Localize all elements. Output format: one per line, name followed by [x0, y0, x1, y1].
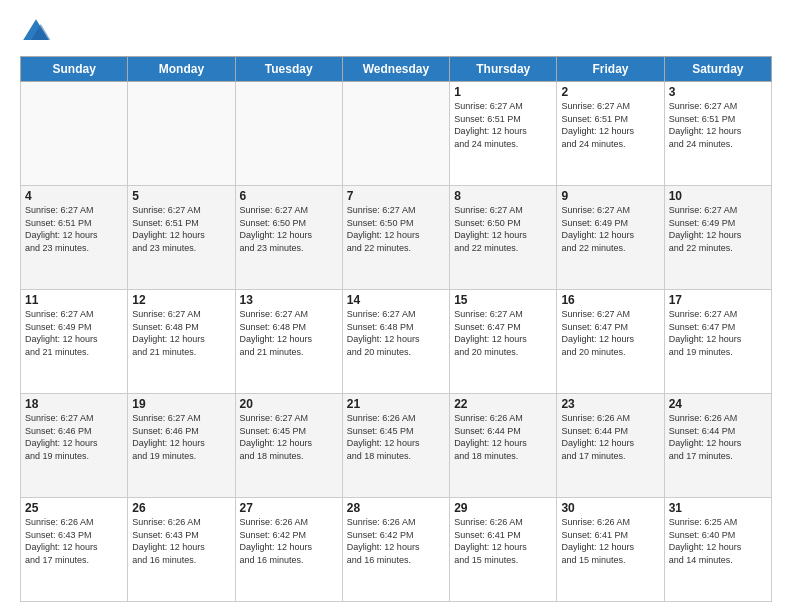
day-info: Sunrise: 6:27 AM Sunset: 6:49 PM Dayligh…	[25, 308, 123, 358]
calendar-cell: 1Sunrise: 6:27 AM Sunset: 6:51 PM Daylig…	[450, 82, 557, 186]
day-of-week-header: Friday	[557, 57, 664, 82]
day-info: Sunrise: 6:27 AM Sunset: 6:51 PM Dayligh…	[454, 100, 552, 150]
day-info: Sunrise: 6:26 AM Sunset: 6:41 PM Dayligh…	[454, 516, 552, 566]
calendar-week-row: 11Sunrise: 6:27 AM Sunset: 6:49 PM Dayli…	[21, 290, 772, 394]
day-number: 29	[454, 501, 552, 515]
calendar-cell: 10Sunrise: 6:27 AM Sunset: 6:49 PM Dayli…	[664, 186, 771, 290]
day-info: Sunrise: 6:27 AM Sunset: 6:47 PM Dayligh…	[669, 308, 767, 358]
day-of-week-header: Wednesday	[342, 57, 449, 82]
calendar-cell: 30Sunrise: 6:26 AM Sunset: 6:41 PM Dayli…	[557, 498, 664, 602]
calendar-cell: 21Sunrise: 6:26 AM Sunset: 6:45 PM Dayli…	[342, 394, 449, 498]
day-number: 16	[561, 293, 659, 307]
day-info: Sunrise: 6:27 AM Sunset: 6:48 PM Dayligh…	[132, 308, 230, 358]
day-info: Sunrise: 6:27 AM Sunset: 6:47 PM Dayligh…	[454, 308, 552, 358]
day-info: Sunrise: 6:27 AM Sunset: 6:46 PM Dayligh…	[25, 412, 123, 462]
calendar-header-row: SundayMondayTuesdayWednesdayThursdayFrid…	[21, 57, 772, 82]
calendar-cell: 2Sunrise: 6:27 AM Sunset: 6:51 PM Daylig…	[557, 82, 664, 186]
day-number: 12	[132, 293, 230, 307]
day-number: 25	[25, 501, 123, 515]
day-of-week-header: Monday	[128, 57, 235, 82]
day-info: Sunrise: 6:26 AM Sunset: 6:44 PM Dayligh…	[561, 412, 659, 462]
calendar-cell: 15Sunrise: 6:27 AM Sunset: 6:47 PM Dayli…	[450, 290, 557, 394]
day-number: 13	[240, 293, 338, 307]
day-number: 8	[454, 189, 552, 203]
day-of-week-header: Tuesday	[235, 57, 342, 82]
day-number: 2	[561, 85, 659, 99]
calendar-cell: 27Sunrise: 6:26 AM Sunset: 6:42 PM Dayli…	[235, 498, 342, 602]
logo	[20, 16, 56, 48]
day-number: 24	[669, 397, 767, 411]
day-of-week-header: Sunday	[21, 57, 128, 82]
calendar-week-row: 1Sunrise: 6:27 AM Sunset: 6:51 PM Daylig…	[21, 82, 772, 186]
day-info: Sunrise: 6:26 AM Sunset: 6:42 PM Dayligh…	[240, 516, 338, 566]
day-info: Sunrise: 6:26 AM Sunset: 6:41 PM Dayligh…	[561, 516, 659, 566]
calendar-cell: 17Sunrise: 6:27 AM Sunset: 6:47 PM Dayli…	[664, 290, 771, 394]
day-number: 20	[240, 397, 338, 411]
day-number: 4	[25, 189, 123, 203]
calendar-week-row: 25Sunrise: 6:26 AM Sunset: 6:43 PM Dayli…	[21, 498, 772, 602]
calendar-cell: 22Sunrise: 6:26 AM Sunset: 6:44 PM Dayli…	[450, 394, 557, 498]
calendar-cell: 3Sunrise: 6:27 AM Sunset: 6:51 PM Daylig…	[664, 82, 771, 186]
calendar-cell: 13Sunrise: 6:27 AM Sunset: 6:48 PM Dayli…	[235, 290, 342, 394]
day-number: 5	[132, 189, 230, 203]
calendar-cell: 19Sunrise: 6:27 AM Sunset: 6:46 PM Dayli…	[128, 394, 235, 498]
day-info: Sunrise: 6:27 AM Sunset: 6:50 PM Dayligh…	[240, 204, 338, 254]
day-number: 28	[347, 501, 445, 515]
day-number: 14	[347, 293, 445, 307]
day-number: 11	[25, 293, 123, 307]
calendar-cell: 5Sunrise: 6:27 AM Sunset: 6:51 PM Daylig…	[128, 186, 235, 290]
day-number: 7	[347, 189, 445, 203]
day-info: Sunrise: 6:27 AM Sunset: 6:51 PM Dayligh…	[25, 204, 123, 254]
day-number: 3	[669, 85, 767, 99]
day-info: Sunrise: 6:27 AM Sunset: 6:50 PM Dayligh…	[454, 204, 552, 254]
calendar-week-row: 18Sunrise: 6:27 AM Sunset: 6:46 PM Dayli…	[21, 394, 772, 498]
day-info: Sunrise: 6:27 AM Sunset: 6:47 PM Dayligh…	[561, 308, 659, 358]
calendar-cell: 9Sunrise: 6:27 AM Sunset: 6:49 PM Daylig…	[557, 186, 664, 290]
day-info: Sunrise: 6:27 AM Sunset: 6:50 PM Dayligh…	[347, 204, 445, 254]
day-info: Sunrise: 6:27 AM Sunset: 6:48 PM Dayligh…	[347, 308, 445, 358]
day-number: 27	[240, 501, 338, 515]
day-info: Sunrise: 6:25 AM Sunset: 6:40 PM Dayligh…	[669, 516, 767, 566]
day-info: Sunrise: 6:26 AM Sunset: 6:44 PM Dayligh…	[454, 412, 552, 462]
day-info: Sunrise: 6:27 AM Sunset: 6:49 PM Dayligh…	[561, 204, 659, 254]
day-number: 10	[669, 189, 767, 203]
calendar-cell: 11Sunrise: 6:27 AM Sunset: 6:49 PM Dayli…	[21, 290, 128, 394]
day-info: Sunrise: 6:26 AM Sunset: 6:43 PM Dayligh…	[132, 516, 230, 566]
day-of-week-header: Saturday	[664, 57, 771, 82]
calendar-table: SundayMondayTuesdayWednesdayThursdayFrid…	[20, 56, 772, 602]
calendar-cell: 25Sunrise: 6:26 AM Sunset: 6:43 PM Dayli…	[21, 498, 128, 602]
calendar-cell: 7Sunrise: 6:27 AM Sunset: 6:50 PM Daylig…	[342, 186, 449, 290]
calendar-cell	[342, 82, 449, 186]
day-number: 26	[132, 501, 230, 515]
logo-icon	[20, 16, 52, 48]
day-number: 23	[561, 397, 659, 411]
day-number: 22	[454, 397, 552, 411]
calendar-cell: 14Sunrise: 6:27 AM Sunset: 6:48 PM Dayli…	[342, 290, 449, 394]
calendar-cell: 6Sunrise: 6:27 AM Sunset: 6:50 PM Daylig…	[235, 186, 342, 290]
calendar-cell: 31Sunrise: 6:25 AM Sunset: 6:40 PM Dayli…	[664, 498, 771, 602]
calendar-week-row: 4Sunrise: 6:27 AM Sunset: 6:51 PM Daylig…	[21, 186, 772, 290]
calendar-cell: 12Sunrise: 6:27 AM Sunset: 6:48 PM Dayli…	[128, 290, 235, 394]
calendar-cell: 18Sunrise: 6:27 AM Sunset: 6:46 PM Dayli…	[21, 394, 128, 498]
day-number: 21	[347, 397, 445, 411]
day-number: 30	[561, 501, 659, 515]
day-info: Sunrise: 6:26 AM Sunset: 6:42 PM Dayligh…	[347, 516, 445, 566]
day-info: Sunrise: 6:26 AM Sunset: 6:43 PM Dayligh…	[25, 516, 123, 566]
day-info: Sunrise: 6:27 AM Sunset: 6:49 PM Dayligh…	[669, 204, 767, 254]
day-number: 18	[25, 397, 123, 411]
calendar-cell: 16Sunrise: 6:27 AM Sunset: 6:47 PM Dayli…	[557, 290, 664, 394]
calendar-cell: 28Sunrise: 6:26 AM Sunset: 6:42 PM Dayli…	[342, 498, 449, 602]
day-number: 6	[240, 189, 338, 203]
calendar-cell: 29Sunrise: 6:26 AM Sunset: 6:41 PM Dayli…	[450, 498, 557, 602]
day-info: Sunrise: 6:27 AM Sunset: 6:45 PM Dayligh…	[240, 412, 338, 462]
calendar-cell: 24Sunrise: 6:26 AM Sunset: 6:44 PM Dayli…	[664, 394, 771, 498]
day-info: Sunrise: 6:27 AM Sunset: 6:48 PM Dayligh…	[240, 308, 338, 358]
day-info: Sunrise: 6:27 AM Sunset: 6:51 PM Dayligh…	[132, 204, 230, 254]
calendar-cell: 26Sunrise: 6:26 AM Sunset: 6:43 PM Dayli…	[128, 498, 235, 602]
day-info: Sunrise: 6:27 AM Sunset: 6:51 PM Dayligh…	[561, 100, 659, 150]
calendar-cell: 8Sunrise: 6:27 AM Sunset: 6:50 PM Daylig…	[450, 186, 557, 290]
day-number: 9	[561, 189, 659, 203]
day-info: Sunrise: 6:26 AM Sunset: 6:45 PM Dayligh…	[347, 412, 445, 462]
calendar-cell	[235, 82, 342, 186]
calendar-cell: 23Sunrise: 6:26 AM Sunset: 6:44 PM Dayli…	[557, 394, 664, 498]
